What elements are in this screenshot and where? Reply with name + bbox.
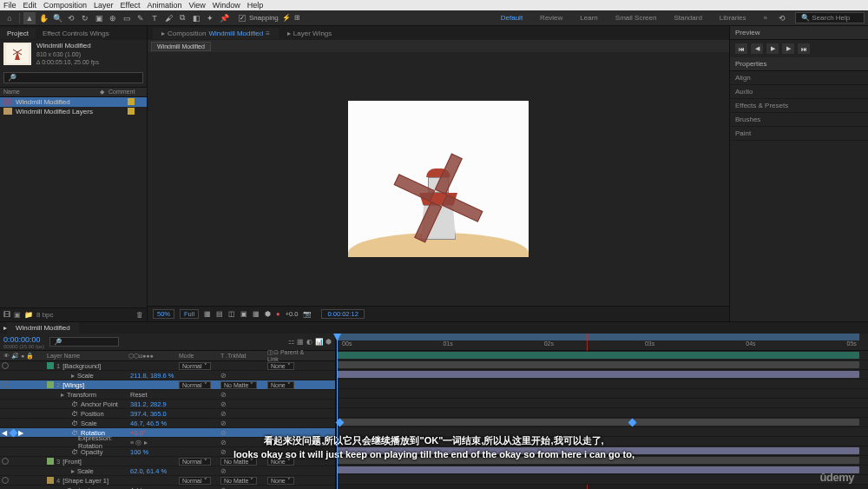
timeline-layer-row[interactable]: ⏱Opacity100 %⊘ [0, 447, 335, 457]
bpp-button[interactable]: 8 bpc [36, 311, 54, 319]
viewer-guides-icon[interactable]: ▤ [216, 310, 223, 318]
workspace-review[interactable]: Review [531, 12, 571, 23]
timeline-layer-row[interactable]: ⏱Position397.4, 365.0⊘ [0, 409, 335, 419]
current-time-display[interactable]: 0:00:02:12 [321, 309, 364, 319]
puppet-tool[interactable]: 📌 [218, 12, 230, 24]
search-help-input[interactable]: 🔍 Search Help [795, 12, 865, 23]
menu-effect[interactable]: Effect [121, 1, 141, 10]
effect-controls-tab[interactable]: Effect Controls Wings [36, 28, 116, 39]
timeline-layer-row[interactable]: ⏱Scale46.7, 46.5 %⊘ [0, 419, 335, 428]
new-folder-button[interactable]: 📁 [24, 311, 33, 319]
paint-panel[interactable]: Paint [730, 127, 868, 141]
zoom-dropdown[interactable]: 50% [153, 309, 174, 319]
timeline-layer-row[interactable]: 2[Wings]Normal ˅No Matte ˅None ˅ [0, 380, 335, 390]
menu-animation[interactable]: Animation [147, 1, 181, 10]
menu-help[interactable]: Help [247, 1, 264, 10]
interpret-icon[interactable]: 🎞 [3, 311, 10, 319]
timeline-graph[interactable]: 00s 01s 02s 03s 04s 05s [337, 334, 868, 489]
pan-behind-tool[interactable]: ⊕ [107, 12, 119, 24]
brushes-panel[interactable]: Brushes [730, 113, 868, 127]
preview-last-button[interactable]: ⏭ [798, 43, 810, 54]
resolution-dropdown[interactable]: Full [180, 309, 199, 319]
project-search-input[interactable]: 🔎 [3, 72, 143, 83]
project-tab[interactable]: Project [0, 28, 36, 39]
project-row-folder[interactable]: Windmill Modified Layers [0, 107, 147, 116]
eraser-tool[interactable]: ◧ [190, 12, 202, 24]
project-row-comp[interactable]: Windmill Modified [0, 97, 147, 107]
preview-panel-title[interactable]: Preview [730, 26, 868, 40]
tl-motion-blur-icon[interactable]: ◐ [306, 338, 312, 346]
timeline-layer-row[interactable]: Expression: Rotation≡ ◎ ▸⊘ [0, 438, 335, 447]
properties-panel-title[interactable]: Properties [730, 57, 868, 71]
col-mode[interactable]: Mode [179, 353, 220, 359]
layer-tab[interactable]: ▸ Layer Wings [279, 28, 340, 39]
timeline-layer-row[interactable]: 4[Shape Layer 1]Normal ˅No Matte ˅None ˅ [0, 476, 335, 486]
workspace-learn[interactable]: Learn [571, 12, 606, 23]
color-tag[interactable] [128, 98, 135, 105]
tl-frame-blend-icon[interactable]: ▦ [297, 338, 304, 346]
col-layer-name[interactable]: Layer Name [47, 353, 128, 359]
current-time[interactable]: 0:00:00:00 [3, 335, 44, 344]
workspace-libraries[interactable]: Libraries [711, 12, 755, 23]
composition-viewer[interactable] [148, 52, 729, 306]
workspace-default[interactable]: Default [492, 12, 531, 23]
rect-tool[interactable]: ▭ [121, 12, 133, 24]
viewer-roi-icon[interactable]: ▣ [240, 310, 247, 318]
workspace-reset-icon[interactable]: ⟲ [776, 12, 788, 24]
timeline-tab[interactable]: Windmill Modified [7, 322, 79, 334]
viewer-transparency-icon[interactable]: ▦ [253, 310, 260, 318]
audio-panel[interactable]: Audio [730, 85, 868, 99]
selection-tool[interactable]: ▲ [23, 12, 36, 24]
snapping-checkbox[interactable] [239, 15, 246, 22]
col-name[interactable]: Name [3, 89, 100, 96]
menu-composition[interactable]: Composition [43, 1, 87, 10]
home-button[interactable]: ⌂ [3, 12, 16, 24]
menu-edit[interactable]: Edit [23, 1, 37, 10]
viewer-3d-icon[interactable]: ⬢ [265, 310, 271, 318]
new-comp-button[interactable]: ▣ [14, 311, 21, 319]
type-tool[interactable]: T [148, 12, 161, 24]
col-trkmat[interactable]: T .TrkMat [220, 353, 267, 359]
trash-button[interactable]: 🗑 [136, 311, 143, 319]
color-tag[interactable] [128, 108, 135, 115]
menu-layer[interactable]: Layer [94, 1, 114, 10]
exposure-value[interactable]: +0.0 [286, 310, 299, 318]
viewer-mask-icon[interactable]: ◫ [228, 310, 235, 318]
timeline-layer-row[interactable]: 3[Front]Normal ˅No Matte ˅None ˅ [0, 457, 335, 466]
timeline-layer-row[interactable]: ▸Scale211.8, 189.6 %⊘ [0, 371, 335, 380]
preview-play-button[interactable]: ▶ [766, 43, 779, 54]
menu-bar[interactable]: File Edit Composition Layer Effect Anima… [0, 0, 868, 10]
effects-presets-panel[interactable]: Effects & Presets [730, 99, 868, 113]
snapshot-button[interactable]: 📷 [303, 310, 311, 318]
camera-tool[interactable]: ▣ [93, 12, 105, 24]
col-type-icon[interactable]: ◆ [100, 89, 108, 96]
timeline-layer-row[interactable]: ▸Scale62.0, 61.4 %⊘ [0, 466, 335, 476]
rotate-tool[interactable]: ↻ [79, 12, 91, 24]
comp-breadcrumb[interactable]: Windmill Modified [151, 42, 211, 51]
workspace-small[interactable]: Small Screen [607, 12, 666, 23]
playhead[interactable] [337, 334, 338, 489]
clone-tool[interactable]: ⧉ [176, 12, 188, 24]
composition-tab[interactable]: ▸ Composition Windmill Modified ≡ [153, 28, 279, 39]
align-panel[interactable]: Align [730, 71, 868, 85]
workspace-more[interactable]: » [755, 12, 776, 23]
tl-draft3d-icon[interactable]: ⬢ [326, 338, 332, 346]
preview-next-button[interactable]: ▶ [782, 43, 794, 54]
pen-tool[interactable]: ✎ [135, 12, 147, 24]
tl-shy-icon[interactable]: ⚏ [288, 338, 294, 346]
workspace-standard[interactable]: Standard [665, 12, 710, 23]
time-ruler[interactable]: 00s 01s 02s 03s 04s 05s [337, 334, 868, 351]
timeline-layer-row[interactable]: ▸TransformReset⊘ [0, 390, 335, 400]
menu-file[interactable]: File [3, 1, 16, 10]
roto-tool[interactable]: ✦ [204, 12, 216, 24]
snap-opt2-icon[interactable]: ⊞ [294, 14, 300, 22]
timeline-layer-row[interactable]: ⏱Anchor Point381.2, 282.9⊘ [0, 400, 335, 409]
viewer-grid-icon[interactable]: ▦ [204, 310, 211, 318]
preview-prev-button[interactable]: ◀ [751, 43, 763, 54]
timeline-search[interactable]: 🔎 [49, 337, 119, 347]
menu-view[interactable]: View [188, 1, 205, 10]
timeline-layer-row[interactable]: 1[Background]Normal ˅None ˅ [0, 361, 335, 371]
brush-tool[interactable]: 🖌 [162, 12, 174, 24]
zoom-tool[interactable]: 🔍 [51, 12, 63, 24]
tl-graph-icon[interactable]: 📊 [315, 338, 323, 346]
